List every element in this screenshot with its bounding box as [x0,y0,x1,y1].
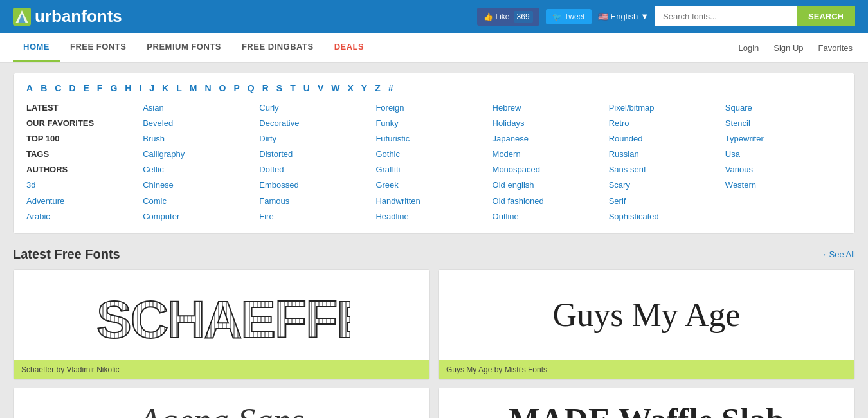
alpha-Y[interactable]: Y [361,83,367,93]
cat-various[interactable]: Various [725,163,842,177]
alpha-R[interactable]: R [262,83,269,93]
cat-retro[interactable]: Retro [609,116,725,131]
font-card-agena[interactable]: Agena Sans Agena Sans [13,388,430,418]
cat-computer[interactable]: Computer [143,210,259,224]
nav-deals[interactable]: DEALS [324,33,375,62]
nav-free-dingbats[interactable]: FREE DINGBATS [231,33,324,62]
signup-link[interactable]: Sign Up [771,34,806,62]
alpha-X[interactable]: X [347,83,353,93]
cat-our-favorites[interactable]: OUR FAVORITES [26,116,143,131]
cat-dotted[interactable]: Dotted [259,163,375,177]
cat-celtic[interactable]: Celtic [143,163,259,177]
cat-pixel-bitmap[interactable]: Pixel/bitmap [609,101,725,115]
cat-top-100[interactable]: TOP 100 [26,132,143,146]
login-link[interactable]: Login [736,34,761,62]
cat-famous[interactable]: Famous [259,194,375,208]
alpha-Q[interactable]: Q [248,83,255,93]
cat-typewriter[interactable]: Typewriter [725,132,842,146]
cat-beveled[interactable]: Beveled [143,116,259,131]
cat-usa[interactable]: Usa [725,147,842,161]
cat-old-english[interactable]: Old english [493,178,609,192]
font-card-schaeffer[interactable]: SCHAEFFER SCHAEFFER Schaeffer by Vladimi… [13,269,430,380]
cat-tags[interactable]: TAGS [26,147,143,161]
alpha-S[interactable]: S [276,83,282,93]
alpha-Z[interactable]: Z [375,83,381,93]
alpha-D[interactable]: D [69,83,75,93]
alpha-L[interactable]: L [176,83,182,93]
cat-rounded[interactable]: Rounded [609,132,725,146]
cat-embossed[interactable]: Embossed [259,178,375,192]
cat-japanese[interactable]: Japanese [493,132,609,146]
alpha-J[interactable]: J [149,83,154,93]
cat-old-fashioned[interactable]: Old fashioned [493,194,609,208]
alpha-hash[interactable]: # [388,83,393,93]
cat-scary[interactable]: Scary [609,178,725,192]
alpha-A[interactable]: A [26,83,33,93]
alpha-P[interactable]: P [233,83,239,93]
cat-monospaced[interactable]: Monospaced [493,163,609,177]
cat-curly[interactable]: Curly [259,101,375,115]
cat-distorted[interactable]: Distorted [259,147,375,161]
cat-calligraphy[interactable]: Calligraphy [143,147,259,161]
cat-square[interactable]: Square [725,101,842,115]
font-card-made[interactable]: MADE Waffle Slab MADE Waffle Slab [438,388,855,418]
nav-free-fonts[interactable]: FREE FONTS [60,33,136,62]
cat-comic[interactable]: Comic [143,194,259,208]
alpha-T[interactable]: T [290,83,296,93]
cat-fire[interactable]: Fire [259,210,375,224]
cat-funky[interactable]: Funky [375,116,492,131]
alpha-U[interactable]: U [303,83,310,93]
nav-home[interactable]: HOME [13,33,60,62]
cat-adventure[interactable]: Adventure [26,194,143,208]
cat-stencil[interactable]: Stencil [725,116,842,131]
cat-asian[interactable]: Asian [143,101,259,115]
cat-decorative[interactable]: Decorative [259,116,375,131]
cat-sophisticated[interactable]: Sophisticated [609,210,725,224]
cat-headline[interactable]: Headline [375,210,492,224]
cat-futuristic[interactable]: Futuristic [375,132,492,146]
alpha-E[interactable]: E [84,83,89,93]
alpha-O[interactable]: O [219,83,226,93]
cat-outline[interactable]: Outline [493,210,609,224]
cat-authors[interactable]: AUTHORS [26,163,143,177]
favorites-link[interactable]: Favorites [816,34,855,62]
cat-dirty[interactable]: Dirty [259,132,375,146]
cat-graffiti[interactable]: Graffiti [375,163,492,177]
alpha-F[interactable]: F [97,83,103,93]
alpha-M[interactable]: M [190,83,197,93]
font-card-guys[interactable]: Guys My Age Guys My Age by Misti's Fonts [438,269,855,380]
logo[interactable]: urbanfonts [13,6,122,26]
cat-holidays[interactable]: Holidays [493,116,609,131]
alpha-N[interactable]: N [204,83,211,93]
cat-chinese[interactable]: Chinese [143,178,259,192]
alpha-K[interactable]: K [162,83,168,93]
nav-premium-fonts[interactable]: PREMIUM FONTS [136,33,231,62]
cat-latest[interactable]: LATEST [26,101,143,115]
cat-gothic[interactable]: Gothic [375,147,492,161]
cat-sans-serif[interactable]: Sans serif [609,163,725,177]
alpha-B[interactable]: B [41,83,47,93]
like-button[interactable]: 👍 Like 369 [477,8,539,26]
cat-serif[interactable]: Serif [609,194,725,208]
cat-modern[interactable]: Modern [493,147,609,161]
cat-foreign[interactable]: Foreign [375,101,492,115]
alpha-V[interactable]: V [318,83,323,93]
alpha-I[interactable]: I [139,83,141,93]
alpha-C[interactable]: C [55,83,61,93]
cat-3d[interactable]: 3d [26,178,143,192]
cat-hebrew[interactable]: Hebrew [493,101,609,115]
alpha-W[interactable]: W [331,83,339,93]
cat-russian[interactable]: Russian [609,147,725,161]
search-input[interactable] [655,6,797,26]
language-selector[interactable]: 🇺🇸 English ▼ [598,12,649,21]
cat-greek[interactable]: Greek [375,178,492,192]
search-button[interactable]: SEARCH [797,6,855,26]
cat-handwritten[interactable]: Handwritten [375,194,492,208]
cat-brush[interactable]: Brush [143,132,259,146]
alpha-G[interactable]: G [110,83,117,93]
cat-western[interactable]: Western [725,178,842,192]
alpha-H[interactable]: H [125,83,131,93]
cat-arabic[interactable]: Arabic [26,210,143,224]
see-all-link[interactable]: → See All [818,250,855,259]
tweet-button[interactable]: 🐦 Tweet [546,9,592,24]
